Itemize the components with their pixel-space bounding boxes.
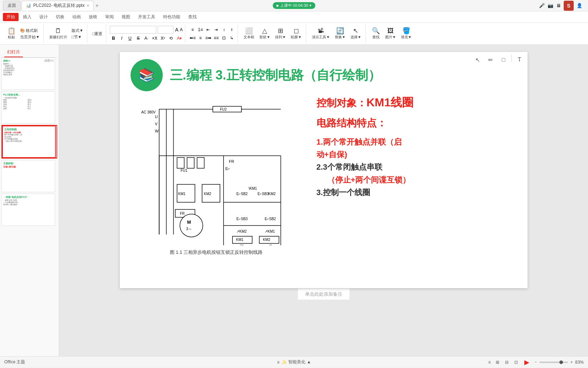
- picture-button[interactable]: 🖼 图片▼: [383, 24, 398, 43]
- layout-button[interactable]: 版式▼: [70, 28, 85, 34]
- circuit-diagram-area: U V W AC 380V FU2: [131, 95, 302, 256]
- tab-design[interactable]: 设计: [36, 13, 52, 21]
- select-button[interactable]: ↖ 选择▼: [348, 24, 363, 43]
- outline-view-button[interactable]: ⊡: [512, 358, 520, 366]
- tab-inactive-desktop[interactable]: 桌面: [3, 1, 21, 10]
- decrease-indent-button[interactable]: ⇤: [205, 26, 212, 33]
- font-name-dropdown[interactable]: [110, 26, 156, 34]
- text-tool-button[interactable]: T: [515, 55, 525, 65]
- transform-button[interactable]: ⟲: [167, 35, 175, 42]
- line-spacing-button[interactable]: ↕: [220, 26, 227, 33]
- stack-books-icon: 📚: [138, 68, 155, 83]
- tab-slideshow[interactable]: 放映: [85, 13, 101, 21]
- slide-thumb-1[interactable]: 插图FC 描述FC→... →选择FC框 →右初始化FC 在右初始化FC 中 添…: [1, 58, 57, 90]
- font-size-dropdown[interactable]: [158, 26, 173, 34]
- tab-close-button[interactable]: ×: [87, 3, 89, 8]
- italic-button[interactable]: I: [118, 35, 125, 42]
- camera-icon[interactable]: 📷: [548, 3, 553, 8]
- char-spacing-button[interactable]: ×X: [151, 35, 158, 42]
- smart-beautify-button[interactable]: ✨ 智能美化 ▲: [281, 359, 311, 365]
- live-indicator: 上课中 00:04:30 ▾: [273, 2, 315, 9]
- fill-button[interactable]: 🪣 填充▼: [399, 24, 414, 43]
- svg-text:E⌐SB3: E⌐SB3: [258, 192, 269, 196]
- outline-label: 轮廓▼: [291, 35, 302, 40]
- normal-view-button[interactable]: ⊞: [494, 358, 501, 366]
- zoom-in-button[interactable]: ＋: [569, 359, 574, 365]
- reset-group: □重置: [89, 24, 107, 43]
- align-right-button[interactable]: ≡➡: [205, 34, 212, 42]
- svg-text:KM1: KM1: [178, 192, 186, 196]
- section-button[interactable]: □节▼: [70, 34, 85, 40]
- svg-text:↗KM1: ↗KM1: [265, 229, 275, 233]
- cursor-tool-button[interactable]: ↖: [473, 55, 483, 65]
- new-tab-button[interactable]: +: [95, 3, 98, 9]
- slide-thumb-2[interactable]: PLC设备名称... ←选 添加FC变量 KM1Q0.0 KM2Q0.1 启动I…: [1, 91, 57, 124]
- justify-button[interactable]: ≡≡: [212, 34, 220, 42]
- increase-indent-button[interactable]: ⇥: [212, 26, 220, 33]
- panel-tab-slides[interactable]: 幻灯片: [4, 48, 23, 57]
- slide-thumb-4[interactable]: 互锁控制 互锁+硬互锁): [1, 160, 57, 192]
- shapes-button[interactable]: △ 形状▼: [257, 24, 272, 43]
- live-dot: [276, 5, 279, 7]
- zoom-slider[interactable]: [539, 362, 568, 363]
- new-slide-button[interactable]: 🗒 新建幻灯片: [47, 24, 69, 43]
- numbered-list-button[interactable]: 1≡: [197, 26, 204, 33]
- slide-thumb-5[interactable]: ←转换 电机反转FCIT→ →参照 正转 实现 一个步骤 编写出反 转代码（输出…: [1, 194, 57, 226]
- tab-home[interactable]: 开始: [3, 13, 19, 21]
- screen-icon[interactable]: 🖥: [556, 3, 561, 8]
- layout-list-icon: ≡: [488, 360, 491, 365]
- picture-icon: 🖼: [387, 28, 394, 34]
- underline-button[interactable]: U: [126, 35, 133, 42]
- notes-area[interactable]: 单击此处添加备注: [298, 288, 349, 300]
- grid-view-button[interactable]: ⊟: [503, 358, 511, 366]
- bullet-list-button[interactable]: ≡: [189, 26, 196, 33]
- replace-button[interactable]: 🔄 替换▼: [333, 24, 348, 43]
- slide-canvas: ↖ ✏ □ T 📚 三.编程 3.正转控制电路（自行绘制）: [120, 52, 528, 288]
- align-center-button[interactable]: ≡: [197, 34, 204, 42]
- tab-transition[interactable]: 切换: [52, 13, 68, 21]
- reset-button[interactable]: □重置: [91, 31, 104, 37]
- tab-active-file[interactable]: 📊 PLC2022- 电机正反转.pptx ×: [21, 1, 94, 10]
- styles-button[interactable]: 🎨 格式刷: [19, 28, 41, 34]
- svg-text:FU2: FU2: [220, 107, 227, 111]
- fill-label: 填充▼: [401, 35, 412, 40]
- find-label: 查找: [372, 35, 379, 40]
- textbox-button[interactable]: ⬜ 文本框: [241, 24, 256, 43]
- font-size-increase[interactable]: A: [175, 27, 178, 33]
- tab-insert[interactable]: 插入: [19, 13, 35, 21]
- rect-tool-button[interactable]: □: [499, 55, 509, 65]
- float-toolbar: ↖ ✏ □ T: [473, 55, 525, 65]
- tab-animation[interactable]: 动画: [69, 13, 84, 21]
- play-button[interactable]: ▶: [523, 358, 531, 366]
- tab-find[interactable]: 查找: [185, 13, 200, 21]
- tab-special[interactable]: 特色功能: [160, 13, 184, 21]
- outline-icon: ◻: [294, 28, 299, 34]
- strikethrough-button[interactable]: S: [134, 35, 142, 42]
- paste-button[interactable]: 📋 粘贴: [5, 24, 18, 43]
- svg-text:U: U: [155, 115, 158, 119]
- shadow-button[interactable]: A·: [143, 35, 150, 42]
- slide-thumb-3[interactable]: 正转控制路 控制对象：KM1线圈 两个常开触点并联（启 动+自保) 3个常闭触点…: [1, 125, 57, 159]
- vertical-align-button[interactable]: ⊡: [220, 34, 227, 42]
- outline-button[interactable]: ◻ 轮廓▼: [289, 24, 304, 43]
- tab-review[interactable]: 审阅: [102, 13, 117, 21]
- find-button[interactable]: 🔍 查找: [369, 24, 382, 43]
- mic-icon[interactable]: 🎤: [539, 3, 545, 8]
- font-color-button[interactable]: A▾: [176, 35, 183, 42]
- current-slide-start[interactable]: 当页开始▼: [19, 34, 41, 40]
- font-size-decrease[interactable]: A: [180, 27, 183, 32]
- bold-button[interactable]: B: [110, 35, 117, 42]
- zoom-out-button[interactable]: －: [534, 359, 538, 365]
- present-tools-button[interactable]: 📽 演示工具▼: [310, 24, 332, 43]
- svg-text:FR: FR: [180, 212, 185, 216]
- columns-button[interactable]: ⫳: [228, 26, 235, 33]
- tab-view[interactable]: 视图: [118, 13, 134, 21]
- align-left-button[interactable]: ⬅≡: [189, 34, 196, 42]
- pen-tool-button[interactable]: ✏: [486, 55, 496, 65]
- text-direction-button[interactable]: ↳: [228, 34, 235, 42]
- superscript-button[interactable]: Xⁿ: [159, 35, 166, 42]
- svg-text:FU1: FU1: [181, 169, 187, 173]
- arrange-button[interactable]: ⊞ 排列▼: [273, 24, 288, 43]
- fill-icon: 🪣: [402, 28, 410, 34]
- tab-dev[interactable]: 开发工具: [134, 13, 159, 21]
